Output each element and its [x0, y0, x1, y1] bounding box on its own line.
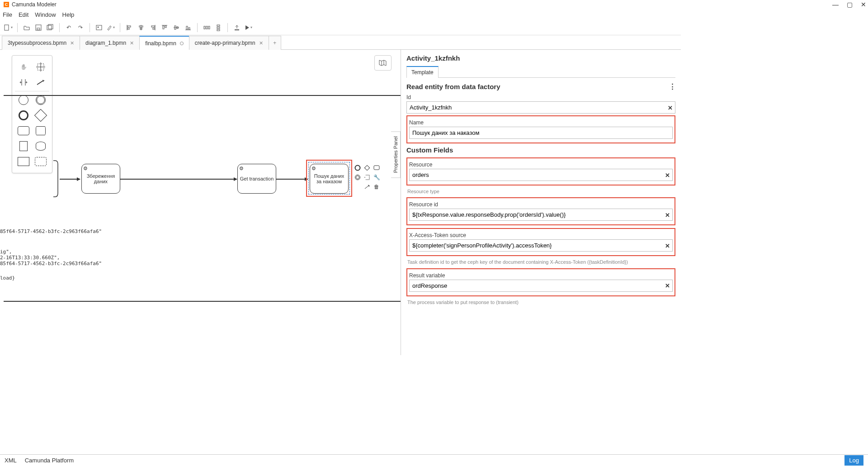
align-right-button[interactable]: [147, 22, 158, 33]
new-file-button[interactable]: [3, 22, 14, 33]
editor-tabs: 3typessubprocess.bpmn✕ diagram_1.bpmn✕ f…: [0, 35, 681, 50]
distribute-v-button[interactable]: [213, 22, 224, 33]
title-bar: C Camunda Modeler — ▢ ✕: [0, 0, 681, 9]
name-input[interactable]: [409, 127, 673, 139]
close-icon[interactable]: ✕: [259, 40, 263, 46]
svg-rect-23: [186, 26, 188, 29]
svg-rect-28: [217, 25, 220, 26]
delete[interactable]: 🗑: [373, 183, 381, 191]
undo-button[interactable]: ↶: [63, 22, 74, 33]
align-left-button[interactable]: [124, 22, 135, 33]
svg-rect-26: [206, 26, 208, 29]
menu-file[interactable]: File: [3, 11, 12, 18]
section-template-title: Read entity from data factory: [406, 83, 500, 90]
minimap-toggle[interactable]: [374, 55, 392, 71]
append-gateway[interactable]: [363, 164, 371, 172]
hand-tool[interactable]: [17, 60, 30, 74]
global-connect-tool[interactable]: [34, 76, 47, 89]
svg-rect-1: [36, 25, 41, 30]
task-get-transaction[interactable]: ⚙ Get transaction: [237, 164, 276, 194]
redo-button[interactable]: ↷: [75, 22, 86, 33]
result-var-input[interactable]: [409, 280, 673, 292]
id-input[interactable]: [406, 101, 675, 114]
gear-icon: ⚙: [83, 166, 88, 171]
svg-rect-30: [217, 29, 220, 31]
create-task[interactable]: [17, 124, 30, 138]
clear-icon[interactable]: ✕: [668, 104, 673, 111]
clear-icon[interactable]: ✕: [665, 282, 670, 289]
context-pad: 🔧 🗑: [354, 164, 381, 191]
panel-title: Activity_1kzfnkh: [406, 54, 675, 62]
svg-rect-39: [374, 166, 379, 170]
align-top-button[interactable]: [159, 22, 170, 33]
svg-rect-8: [127, 26, 131, 27]
result-var-label: Result variable: [409, 272, 673, 279]
resource-label: Resource: [409, 162, 673, 168]
image-export-button[interactable]: [94, 22, 104, 33]
run-button[interactable]: [243, 22, 254, 33]
annotate[interactable]: [363, 173, 371, 181]
tab-create-app-primary[interactable]: create-app-primary.bpmn✕: [189, 36, 269, 50]
align-bottom-button[interactable]: [183, 22, 193, 33]
align-center-v-button[interactable]: [171, 22, 182, 33]
properties-panel-toggle[interactable]: Properties Panel: [391, 131, 401, 178]
task-search-order-data[interactable]: ⚙ Пошук даних за наказом: [310, 164, 349, 194]
append-end-event[interactable]: [354, 164, 362, 172]
element-palette: [12, 55, 52, 173]
menu-help[interactable]: Help: [62, 11, 75, 18]
tab-add-button[interactable]: +: [269, 36, 281, 50]
connect[interactable]: [363, 183, 371, 191]
color-button[interactable]: [105, 22, 116, 33]
svg-rect-18: [165, 26, 166, 28]
svg-point-6: [98, 26, 99, 28]
tab-finalbp[interactable]: finalbp.bpmn: [139, 36, 189, 50]
lasso-tool[interactable]: [34, 60, 47, 74]
append-task[interactable]: [373, 164, 381, 172]
unsaved-indicator-icon: [180, 42, 184, 45]
tab-diagram1[interactable]: diagram_1.bpmn✕: [80, 36, 140, 50]
menu-window[interactable]: Window: [35, 11, 56, 18]
save-all-button[interactable]: [45, 22, 56, 33]
align-center-h-button[interactable]: [136, 22, 146, 33]
clear-icon[interactable]: ✕: [665, 211, 670, 218]
diagram-canvas[interactable]: Properties Panel ⚙ Збереження даних ⚙ Ge…: [0, 50, 401, 355]
svg-rect-38: [364, 165, 369, 170]
clear-icon[interactable]: ✕: [665, 171, 670, 178]
space-tool[interactable]: [17, 76, 30, 89]
app-logo-icon: C: [4, 2, 9, 7]
create-group[interactable]: [34, 155, 47, 168]
save-button[interactable]: [33, 22, 44, 33]
kebab-icon[interactable]: ⋮: [669, 82, 675, 90]
section-custom-fields: Custom Fields: [406, 146, 453, 154]
id-label: Id: [406, 94, 675, 100]
task-save-data[interactable]: ⚙ Збереження даних: [81, 164, 120, 194]
change-type[interactable]: 🔧: [373, 173, 381, 181]
code-snippet: 85f64-5717-4562-b3fc-2c963f66afa6": [0, 228, 102, 234]
deploy-button[interactable]: [231, 22, 242, 33]
create-gateway[interactable]: [34, 109, 47, 122]
toolbar: ↶ ↷: [0, 20, 681, 35]
xat-input[interactable]: [409, 239, 673, 252]
svg-rect-27: [208, 26, 210, 29]
create-participant[interactable]: [17, 155, 30, 168]
close-icon[interactable]: ✕: [130, 40, 134, 46]
clear-icon[interactable]: ✕: [665, 242, 670, 249]
svg-rect-0: [5, 25, 9, 30]
distribute-h-button[interactable]: [201, 22, 212, 33]
create-end-event[interactable]: [17, 109, 30, 122]
app-title: Camunda Modeler: [12, 1, 57, 8]
svg-point-41: [356, 176, 359, 179]
panel-tab-template[interactable]: Template: [406, 66, 439, 78]
create-data-store[interactable]: [34, 124, 47, 138]
resource-input[interactable]: [409, 169, 673, 181]
create-cylinder[interactable]: [34, 139, 47, 153]
create-data-object[interactable]: [17, 139, 30, 153]
svg-rect-24: [189, 28, 190, 29]
menu-edit[interactable]: Edit: [19, 11, 28, 18]
close-icon[interactable]: ✕: [70, 40, 74, 46]
resource-id-input[interactable]: [409, 209, 673, 221]
tab-3typessubprocess[interactable]: 3typessubprocess.bpmn✕: [2, 36, 80, 50]
code-snippet: load}: [0, 275, 15, 281]
append-intermediate[interactable]: [354, 173, 362, 181]
open-button[interactable]: [21, 22, 32, 33]
